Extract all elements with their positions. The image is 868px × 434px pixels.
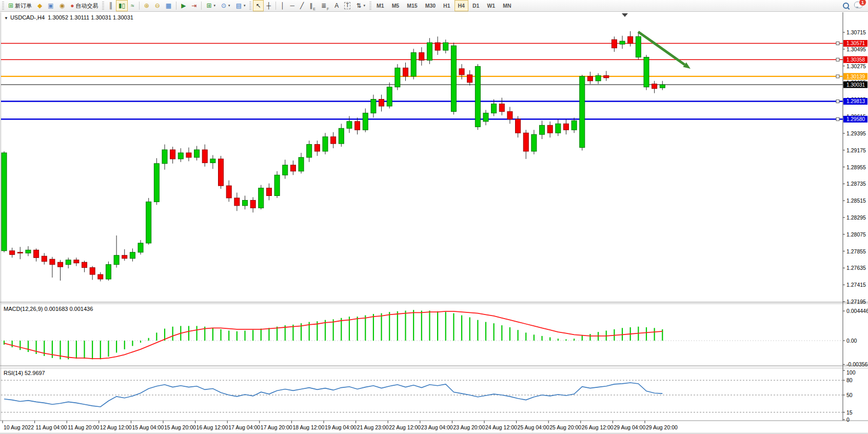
bar-chart-button[interactable]: ║ [106, 0, 115, 11]
tile-windows-icon: ▦ [166, 3, 171, 9]
candle-body [226, 186, 231, 198]
text-button[interactable]: A [332, 0, 341, 11]
horizontal-line-button[interactable]: ─ [288, 0, 298, 11]
candle-body [531, 134, 537, 151]
tile-windows-button[interactable]: ▦ [163, 0, 174, 11]
templates-button[interactable]: ▤▾ [233, 0, 248, 11]
timeframe-m30-button-label: M30 [425, 3, 436, 9]
line-handle-marker[interactable] [836, 100, 839, 103]
autotrading-button-label: 自动交易 [75, 2, 98, 10]
cursor-group: ↖┼ [253, 0, 273, 11]
chart-background [0, 12, 868, 434]
signals-button[interactable]: ◉ [57, 0, 67, 11]
candlestick-chart-button[interactable]: ▮▯ [116, 0, 128, 11]
candle-body [516, 119, 521, 133]
date-tick-label: 23 Aug 04:00 [421, 424, 453, 430]
templates-button-dropdown-icon[interactable]: ▾ [244, 4, 246, 8]
candle-body [564, 124, 569, 130]
insert-group: ⊞▾⊙▾▤▾ [204, 0, 248, 11]
timeframe-d1-button[interactable]: D1 [469, 0, 483, 11]
candle-body [491, 104, 497, 113]
candle-body [26, 250, 31, 253]
indicators-button[interactable]: ⊞▾ [204, 0, 218, 11]
candle-body [371, 100, 376, 113]
cursor-button[interactable]: ↖ [253, 0, 263, 11]
timeframe-h4-button[interactable]: H4 [455, 0, 468, 11]
notification-badge: 1 [859, 0, 866, 6]
symbol-dropdown-icon[interactable]: ▼ [4, 16, 8, 21]
line-chart-button[interactable]: ≈ [128, 0, 137, 11]
line-handle-marker[interactable] [836, 75, 839, 78]
candle-body [580, 76, 585, 148]
candle-body [427, 43, 432, 60]
timeframe-w1-button[interactable]: W1 [483, 0, 499, 11]
timeframe-h1-button[interactable]: H1 [440, 0, 453, 11]
indicators-button-dropdown-icon[interactable]: ▾ [214, 4, 216, 8]
notifications-button[interactable]: 1 [854, 1, 863, 10]
candle-body [475, 66, 480, 127]
toolbar-grip[interactable] [369, 2, 371, 10]
timeframe-h1-button-label: H1 [443, 3, 450, 9]
candle-body [467, 75, 472, 83]
toolbar-grip[interactable] [2, 2, 4, 10]
candle-body [604, 75, 609, 77]
text-icon: A [334, 3, 339, 9]
rsi-indicator-label: RSI(14) 52.9697 [4, 370, 45, 376]
zoom-in-button[interactable]: ⊕ [142, 0, 152, 11]
fibonacci-button[interactable]: ≣F [319, 0, 331, 11]
line-handle-marker[interactable] [836, 42, 839, 45]
price-tag-label: 1.30139 [846, 74, 865, 80]
date-tick-label: 19 Aug 04:00 [325, 424, 357, 430]
candle-body [114, 255, 119, 265]
timeframe-m1-button-label: M1 [377, 3, 384, 9]
price-tick-label: 1.30715 [846, 29, 866, 35]
autotrading-button[interactable]: ●自动交易 [68, 0, 101, 11]
zoom-out-button[interactable]: ⊖ [152, 0, 163, 11]
crosshair-button[interactable]: ┼ [264, 0, 274, 11]
candle-body [620, 41, 625, 44]
trendline-icon: ╱ [300, 3, 304, 9]
candle-body [138, 243, 143, 252]
toolbar-grip[interactable] [102, 2, 104, 10]
market-watch-button[interactable]: ◆ [35, 0, 45, 11]
vertical-line-button[interactable]: │ [278, 0, 287, 11]
candle-body [379, 100, 384, 106]
line-handle-marker[interactable] [836, 58, 839, 61]
candle-body [74, 260, 79, 263]
arrows-button-dropdown-icon[interactable]: ▾ [364, 4, 366, 8]
candle-body [395, 68, 400, 87]
line-handle-marker[interactable] [836, 117, 839, 121]
channel-button[interactable]: ∥E [307, 0, 318, 11]
candle-body [307, 145, 312, 157]
candle-body [435, 43, 440, 50]
autoscroll-button[interactable]: ▶ [179, 0, 188, 11]
timeframe-m1-button[interactable]: M1 [373, 0, 388, 11]
signal-icon: ◉ [60, 3, 65, 9]
periods-button[interactable]: ⊙▾ [219, 0, 233, 11]
candle-body [243, 200, 248, 205]
candle-body [17, 252, 23, 253]
timeframe-m15-button[interactable]: M15 [403, 0, 421, 11]
date-tick-label: 21 Aug 23:00 [357, 424, 389, 430]
new-order-button[interactable]: ⊞新订单 [6, 0, 34, 11]
trendline-button[interactable]: ╱ [298, 0, 306, 11]
terminal-button[interactable]: ▣ [45, 0, 56, 11]
periods-button-dropdown-icon[interactable]: ▾ [228, 4, 230, 8]
arrows-button[interactable]: ⇅▾ [353, 0, 368, 11]
price-tick-label: 1.27635 [846, 265, 866, 271]
price-tag-label: 1.30571 [846, 41, 865, 46]
price-tick-label: 1.27195 [846, 299, 866, 305]
timeframe-m5-button[interactable]: M5 [388, 0, 403, 11]
candle-body [98, 274, 103, 279]
price-tick-label: 1.30495 [846, 46, 866, 52]
chart-type-group: ║▮▯≈ [106, 0, 136, 11]
date-tick-label: 22 Aug 12:00 [389, 424, 421, 430]
toolbar-separator [275, 2, 276, 10]
text-label-button[interactable]: T [342, 0, 353, 11]
chart-shift-button[interactable]: ⇥ [189, 0, 199, 11]
search-icon[interactable] [843, 3, 849, 9]
timeframe-m30-button[interactable]: M30 [422, 0, 439, 11]
toolbar-grip[interactable] [249, 2, 251, 10]
candle-body [299, 157, 304, 171]
timeframe-mn-button[interactable]: MN [499, 0, 515, 11]
